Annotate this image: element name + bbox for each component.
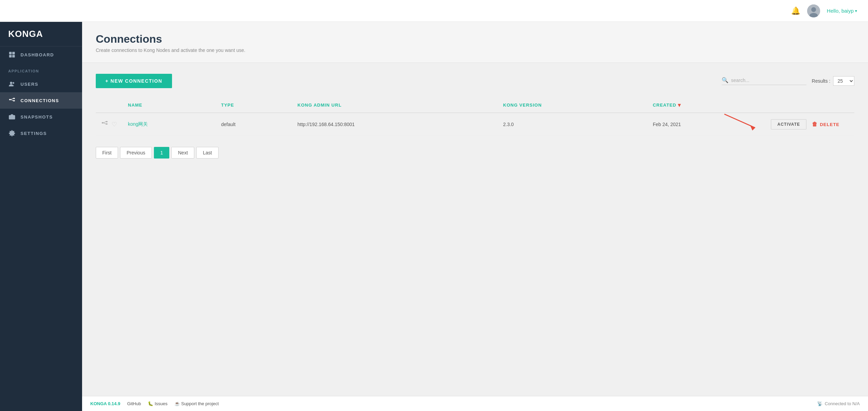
svg-point-8 (13, 82, 14, 84)
connections-icon (8, 97, 16, 104)
table-row: ♡ kong网关 default http://192.168.64.150:8… (96, 113, 854, 136)
toolbar: + NEW CONNECTION 🔍 Results : 25 50 (96, 74, 854, 88)
chevron-down-icon: ▾ (855, 9, 857, 13)
results-control: Results : 25 50 100 (812, 76, 854, 86)
connected-icon: 📡 (817, 401, 823, 406)
camera-icon (8, 113, 16, 121)
col-type[interactable]: TYPE (215, 98, 292, 113)
svg-point-1 (811, 7, 816, 12)
pagination: First Previous 1 Next Last (96, 147, 854, 159)
notification-bell-icon[interactable]: 🔔 (791, 6, 800, 15)
svg-rect-9 (9, 99, 11, 100)
search-box: 🔍 (722, 77, 806, 85)
connection-type-cell: default (215, 113, 292, 136)
svg-rect-3 (9, 52, 12, 55)
sidebar-item-label: CONNECTIONS (21, 98, 59, 103)
results-label: Results : (812, 78, 830, 84)
sidebar-item-label: SETTINGS (21, 131, 47, 136)
users-icon (8, 80, 16, 88)
svg-line-22 (104, 123, 106, 124)
pagination-next-button[interactable]: Next (171, 147, 194, 159)
search-input[interactable] (731, 78, 806, 83)
user-greeting[interactable]: Hello, baiyp ▾ (827, 8, 857, 14)
trash-icon: 🗑 (812, 121, 818, 127)
github-link[interactable]: GitHub (127, 401, 141, 406)
footer-version: KONGA 0.14.9 (90, 401, 120, 406)
connection-type-icon (101, 120, 108, 129)
svg-rect-10 (13, 98, 15, 99)
svg-rect-6 (12, 55, 15, 58)
sidebar-item-label: USERS (21, 82, 38, 87)
activate-button[interactable]: ACTIVATE (771, 119, 806, 129)
new-connection-button[interactable]: + NEW CONNECTION (96, 74, 172, 88)
svg-line-12 (11, 98, 13, 99)
top-bar-right: 🔔 Hello, baiyp ▾ (791, 4, 857, 17)
col-kong-admin-url[interactable]: KONG ADMIN URL (292, 98, 498, 113)
sidebar: KONGA DASHBOARD APPLICATION (0, 22, 82, 411)
connection-name-cell: kong网关 (122, 113, 215, 136)
connection-name-link[interactable]: kong网关 (128, 121, 148, 127)
svg-point-14 (11, 116, 13, 119)
favorite-icon[interactable]: ♡ (111, 121, 117, 128)
sidebar-item-connections[interactable]: CONNECTIONS (0, 92, 82, 109)
grid-icon (8, 51, 16, 58)
sort-down-icon: ▾ (678, 102, 681, 108)
pagination-previous-button[interactable]: Previous (120, 147, 152, 159)
sidebar-item-label: DASHBOARD (21, 52, 54, 57)
bug-icon: 🐛 (148, 401, 153, 406)
col-created[interactable]: CREATED ▾ (647, 98, 765, 113)
row-icons-cell: ♡ (96, 113, 122, 136)
col-icon (96, 98, 122, 113)
results-select[interactable]: 25 50 100 (833, 76, 854, 86)
svg-point-7 (10, 82, 12, 84)
col-kong-version[interactable]: KONG VERSION (498, 98, 647, 113)
page-subtitle: Create connections to Kong Nodes and act… (96, 47, 854, 53)
svg-rect-5 (9, 55, 12, 58)
search-icon: 🔍 (722, 77, 728, 83)
top-bar: 🔔 Hello, baiyp ▾ (0, 0, 868, 22)
connection-actions-cell: ACTIVATE 🗑 DELETE (765, 113, 854, 136)
delete-button[interactable]: 🗑 DELETE (812, 121, 839, 127)
pagination-first-button[interactable]: First (96, 147, 118, 159)
coffee-icon: ☕ (174, 401, 180, 406)
sidebar-item-snapshots[interactable]: SNAPSHOTS (0, 109, 82, 125)
svg-rect-20 (106, 123, 107, 124)
gear-icon (8, 129, 16, 137)
svg-line-21 (104, 122, 106, 123)
svg-rect-18 (102, 122, 104, 123)
svg-rect-11 (13, 100, 15, 101)
sidebar-section-application: APPLICATION (0, 63, 82, 76)
page-title: Connections (96, 33, 854, 45)
col-actions (765, 98, 854, 113)
footer-right: 📡 Connected to N/A (817, 401, 860, 406)
connected-status: Connected to N/A (825, 401, 860, 406)
connections-table-wrapper: NAME TYPE KONG ADMIN URL K (96, 98, 854, 136)
support-link[interactable]: ☕ Support the project (174, 401, 219, 406)
footer: KONGA 0.14.9 GitHub 🐛 Issues ☕ Support t… (82, 396, 868, 411)
issues-link[interactable]: 🐛 Issues (148, 401, 168, 406)
sidebar-item-users[interactable]: USERS (0, 76, 82, 92)
content-section: + NEW CONNECTION 🔍 Results : 25 50 (82, 63, 868, 169)
toolbar-right: 🔍 Results : 25 50 100 (722, 76, 854, 86)
app-logo: KONGA (0, 22, 82, 46)
avatar (807, 4, 820, 17)
connection-created-cell: Feb 24, 2021 (647, 113, 765, 136)
sidebar-item-label: SNAPSHOTS (21, 114, 53, 120)
svg-rect-19 (106, 121, 107, 122)
col-name[interactable]: NAME (122, 98, 215, 113)
pagination-page-1-button[interactable]: 1 (154, 147, 170, 159)
page-header: Connections Create connections to Kong N… (82, 22, 868, 63)
svg-rect-4 (12, 52, 15, 55)
pagination-last-button[interactable]: Last (196, 147, 218, 159)
svg-line-13 (11, 100, 13, 101)
connection-version-cell: 2.3.0 (498, 113, 647, 136)
content-area: Connections Create connections to Kong N… (82, 22, 868, 411)
connections-table: NAME TYPE KONG ADMIN URL K (96, 98, 854, 136)
sidebar-item-dashboard[interactable]: DASHBOARD (0, 46, 82, 63)
footer-left: KONGA 0.14.9 GitHub 🐛 Issues ☕ Support t… (90, 401, 219, 406)
connection-url-cell: http://192.168.64.150:8001 (292, 113, 498, 136)
sidebar-item-settings[interactable]: SETTINGS (0, 125, 82, 141)
